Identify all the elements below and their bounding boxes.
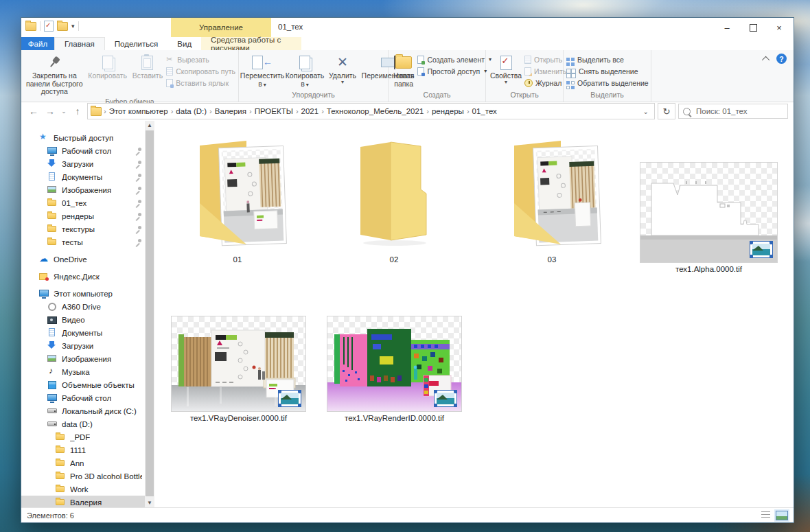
properties-qat-icon[interactable] (44, 21, 54, 32)
sidebar-item[interactable]: 01_тех (21, 196, 145, 209)
breadcrumb-item[interactable]: Техноколор_Мебель_2021 (325, 107, 426, 115)
history-button[interactable]: Журнал (524, 77, 569, 89)
sidebar-item[interactable]: рендеры (21, 209, 145, 222)
sidebar-item[interactable]: A360 Drive (21, 300, 145, 313)
button-label: Открыть (534, 56, 562, 64)
copy-button[interactable]: Копировать (86, 52, 129, 97)
search-input[interactable] (695, 106, 783, 116)
sidebar-item[interactable]: Изображения (21, 352, 145, 365)
breadcrumb-item[interactable]: data (D:) (174, 107, 209, 115)
select-all-button[interactable]: Выделить все (566, 54, 649, 65)
sidebar-item[interactable]: Этот компьютер (21, 287, 145, 300)
file-folder-01[interactable]: 01 (179, 135, 296, 264)
breadcrumb-item[interactable]: ПРОЕКТЫ (253, 107, 295, 115)
sidebar-item[interactable]: Валерия (21, 496, 145, 507)
sidebar-item[interactable]: тесты (21, 235, 145, 248)
breadcrumb-item[interactable]: 01_тех (470, 107, 499, 115)
scrollbar-thumb[interactable] (146, 130, 154, 496)
sidebar-item[interactable]: Локальный диск (C:) (21, 404, 145, 417)
sidebar-item[interactable]: Pro 3D alcohol Bottles (21, 470, 145, 483)
copy-path-button[interactable]: Скопировать путь (166, 65, 235, 77)
tab-share[interactable]: Поделиться (105, 37, 168, 50)
open-button[interactable]: Открыть (524, 54, 569, 65)
file-alpha-tif[interactable]: тех1.Alpha.0000.tif (640, 162, 778, 273)
address-dropdown-icon[interactable]: ⌄ (643, 108, 651, 115)
breadcrumb-item[interactable]: рендеры (430, 107, 466, 115)
delete-button[interactable]: ✕ Удалить ▾ (327, 52, 358, 91)
tab-home[interactable]: Главная (54, 37, 105, 50)
nav-scrollbar[interactable]: ▲ ▼ (145, 121, 154, 507)
recent-locations-dropdown-icon[interactable]: ⌄ (60, 104, 68, 118)
button-label: Журнал (535, 79, 562, 87)
sidebar-item[interactable]: OneDrive (21, 253, 145, 266)
help-icon[interactable]: ? (776, 54, 787, 64)
breadcrumb-bar[interactable]: ›Этот компьютер›data (D:)›Валерия›ПРОЕКТ… (87, 103, 655, 119)
objects3d-icon (47, 380, 57, 389)
sidebar-item[interactable]: Документы (21, 326, 145, 339)
sidebar-item[interactable]: Рабочий стол (21, 391, 145, 404)
sidebar-item[interactable]: Объемные объекты (21, 378, 145, 391)
close-button[interactable]: × (766, 18, 792, 37)
scroll-up-icon[interactable]: ▲ (145, 121, 154, 130)
sidebar-item[interactable]: Рабочий стол (21, 144, 145, 157)
paste-shortcut-button[interactable]: Вставить ярлык (166, 77, 235, 89)
properties-button[interactable]: Свойства ▾ (489, 52, 523, 91)
file-list[interactable]: 01 02 (154, 121, 794, 507)
sidebar-item[interactable]: _PDF (21, 430, 145, 443)
maximize-button[interactable] (740, 18, 766, 37)
tab-picture-tools[interactable]: Средства работы с рисунками (201, 37, 301, 50)
move-to-button[interactable]: ← Переместить в (242, 52, 283, 91)
tab-file[interactable]: Файл (21, 37, 54, 50)
copy-to-button[interactable]: Копировать в (284, 52, 325, 91)
sidebar-item[interactable]: текстуры (21, 222, 145, 235)
sidebar-item[interactable]: Яндекс.Диск (21, 270, 145, 283)
large-icons-view-icon[interactable] (776, 511, 788, 520)
sidebar-item-label: Изображения (62, 355, 111, 363)
star-icon (39, 133, 49, 142)
paste-button[interactable]: Вставить (130, 52, 165, 97)
button-label: Скопировать путь (176, 67, 235, 76)
minimize-button[interactable]: – (714, 18, 740, 37)
sidebar-item[interactable]: Загрузки (21, 339, 145, 352)
select-none-button[interactable]: Снять выделение (566, 65, 649, 77)
new-folder-qat-icon[interactable] (57, 22, 68, 31)
explorer-icon[interactable] (25, 22, 36, 31)
sidebar-item[interactable]: Изображения (21, 183, 145, 196)
breadcrumb-item[interactable]: Этот компьютер (107, 107, 170, 115)
file-folder-02[interactable]: 02 (336, 135, 452, 264)
refresh-button[interactable]: ↻ (658, 103, 675, 119)
tab-view[interactable]: Вид (167, 37, 201, 50)
sidebar-item-label: Рабочий стол (62, 394, 111, 402)
sidebar-item-label: Work (70, 485, 89, 494)
title-bar[interactable]: ▾ Управление 01_тех – × (21, 18, 794, 37)
easy-access-button[interactable]: Простой доступ (417, 65, 491, 77)
back-button[interactable]: ← (27, 104, 40, 118)
sidebar-item[interactable]: Видео (21, 313, 145, 326)
pin-to-quick-access-button[interactable]: Закрепить на панели быстрого доступа (24, 52, 85, 97)
sidebar-item[interactable]: Документы (21, 170, 145, 183)
file-folder-03[interactable]: 03 (494, 135, 610, 264)
details-view-icon[interactable] (761, 511, 770, 519)
cut-button[interactable]: Вырезать (166, 54, 235, 65)
sidebar-item[interactable]: Загрузки (21, 157, 145, 170)
search-box[interactable] (678, 104, 788, 119)
edit-button[interactable]: Изменить (524, 65, 569, 77)
forward-button[interactable]: → (43, 104, 57, 118)
sidebar-item[interactable]: 1111 (21, 443, 145, 456)
sidebar-item[interactable]: Ann (21, 456, 145, 470)
breadcrumb-item[interactable]: Валерия (213, 107, 248, 115)
file-renderid-tif[interactable]: тех1.VRayRenderID.0000.tif (327, 316, 462, 422)
up-button[interactable]: ↑ (71, 104, 84, 118)
new-folder-button[interactable]: Новая папка (391, 52, 416, 91)
scroll-down-icon[interactable]: ▼ (145, 498, 154, 507)
sidebar-item[interactable]: data (D:) (21, 417, 145, 430)
file-denoiser-tif[interactable]: тех1.VRayDenoiser.0000.tif (171, 316, 306, 422)
sidebar-item[interactable]: Музыка (21, 365, 145, 378)
qat-customize-caret-icon[interactable]: ▾ (71, 23, 75, 30)
new-item-button[interactable]: Создать элемент (417, 54, 491, 65)
sidebar-item[interactable]: Быстрый доступ (21, 131, 145, 144)
sidebar-item-label: 01_тех (62, 199, 86, 207)
breadcrumb-item[interactable]: 2021 (299, 107, 321, 115)
invert-selection-button[interactable]: Обратить выделение (566, 77, 649, 89)
sidebar-item[interactable]: Work (21, 483, 145, 496)
